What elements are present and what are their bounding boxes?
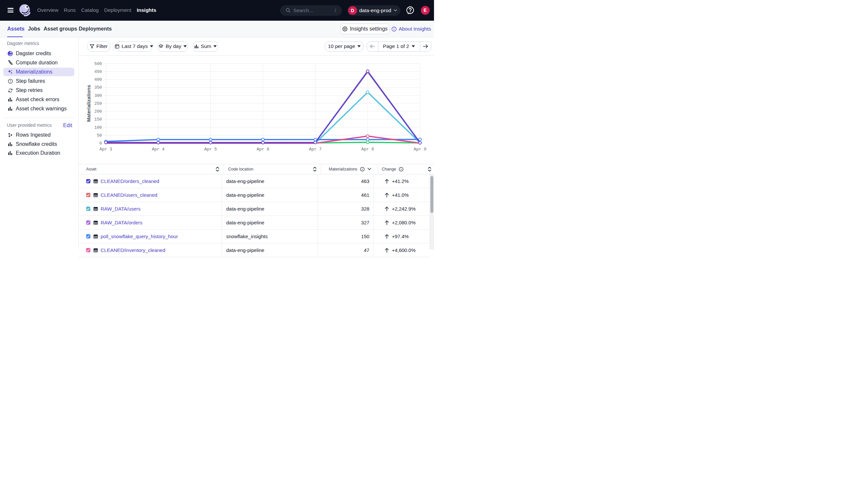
- svg-text:Apr 8: Apr 8: [361, 147, 374, 152]
- svg-text:Apr 3: Apr 3: [100, 147, 112, 152]
- svg-text:350: 350: [94, 85, 102, 90]
- svg-text:250: 250: [94, 101, 102, 106]
- svg-text:200: 200: [94, 109, 102, 114]
- svg-text:50: 50: [97, 133, 102, 137]
- svg-text:Apr 6: Apr 6: [257, 147, 269, 152]
- svg-text:Apr 4: Apr 4: [152, 147, 165, 152]
- svg-text:300: 300: [94, 93, 102, 98]
- svg-text:Apr 5: Apr 5: [204, 147, 217, 152]
- svg-text:0: 0: [99, 141, 102, 146]
- svg-text:Apr 9: Apr 9: [413, 147, 426, 152]
- svg-text:500: 500: [94, 61, 102, 66]
- svg-text:150: 150: [94, 117, 102, 122]
- svg-text:100: 100: [94, 125, 102, 130]
- svg-text:450: 450: [94, 69, 102, 74]
- svg-text:Apr 7: Apr 7: [309, 147, 321, 152]
- svg-text:Materializations: Materializations: [86, 85, 91, 122]
- svg-text:400: 400: [94, 77, 102, 82]
